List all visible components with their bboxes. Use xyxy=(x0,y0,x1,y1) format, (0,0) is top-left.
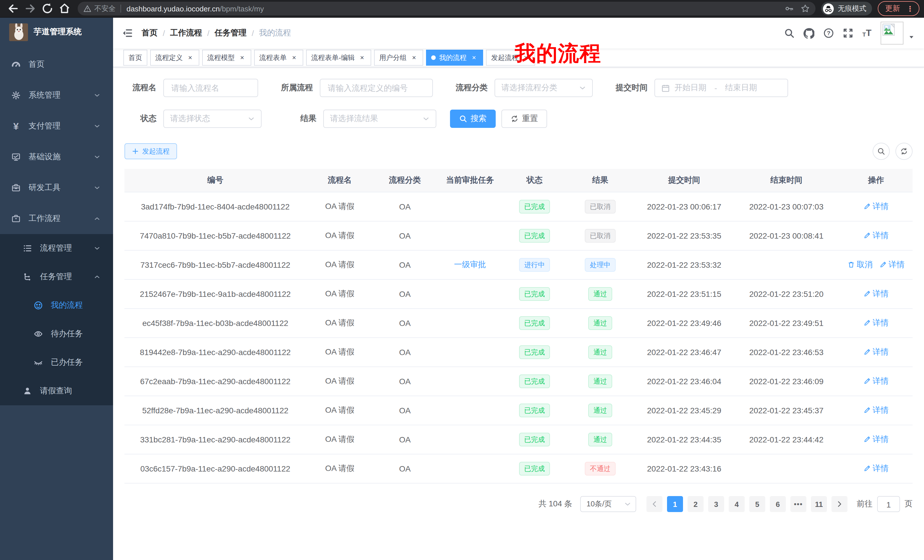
user-avatar-broken-image[interactable] xyxy=(880,22,903,45)
page-button[interactable]: 6 xyxy=(770,496,786,512)
process-name-cell: OA 请假 xyxy=(306,308,374,338)
filter-row-1: 流程名 所属流程 流程分类 请选择流程分类 提交时间 开始日期 - 结束日期 xyxy=(124,79,913,97)
page-button[interactable]: 5 xyxy=(749,496,765,512)
breadcrumb-item[interactable]: 工作流程 xyxy=(170,28,202,38)
incognito-icon xyxy=(823,3,834,14)
page-button[interactable]: 2 xyxy=(688,496,704,512)
detail-link[interactable]: 详情 xyxy=(879,260,904,270)
detail-link[interactable]: 详情 xyxy=(864,231,889,241)
sidebar-item[interactable]: 研发工具 xyxy=(0,172,113,203)
submit-time-range-picker[interactable]: 开始日期 - 结束日期 xyxy=(654,79,788,97)
tab-active[interactable]: 我的流程× xyxy=(426,49,483,66)
bookmark-star-icon[interactable] xyxy=(801,4,810,13)
tab-item[interactable]: 流程定义× xyxy=(150,49,199,66)
chevron-down-icon xyxy=(579,84,586,91)
submit-time-cell: 2022-01-22 23:43:16 xyxy=(635,454,733,483)
end-time-cell: 2022-01-22 23:45:37 xyxy=(733,396,840,425)
sidebar-item[interactable]: 我的流程 xyxy=(0,291,113,320)
help-icon[interactable]: ? xyxy=(824,28,834,38)
page-button[interactable]: 11 xyxy=(811,496,827,512)
current-task-link[interactable]: 一级审批 xyxy=(454,260,486,270)
action-label: 详情 xyxy=(873,347,889,357)
status-select[interactable]: 请选择状态 xyxy=(164,109,261,128)
tab-item[interactable]: 流程表单-编辑× xyxy=(306,49,371,66)
page-button[interactable]: 4 xyxy=(729,496,745,512)
search-button[interactable]: 搜索 xyxy=(450,109,496,128)
process-name-input[interactable] xyxy=(164,79,258,97)
process-category-cell: OA xyxy=(374,454,436,483)
sidebar-item[interactable]: 任务管理 xyxy=(0,263,113,291)
close-icon[interactable]: × xyxy=(238,54,246,61)
sidebar-collapse-icon[interactable] xyxy=(122,28,132,38)
sidebar-item[interactable]: 系统管理 xyxy=(0,80,113,111)
close-icon[interactable]: × xyxy=(470,54,478,61)
breadcrumb-item[interactable]: 首页 xyxy=(142,28,158,38)
eye-icon xyxy=(34,329,43,338)
detail-link[interactable]: 详情 xyxy=(864,405,889,416)
tab-item[interactable]: 首页 xyxy=(123,49,147,66)
app-logo-row[interactable]: 芋道管理系统 xyxy=(0,18,113,46)
breadcrumb-item[interactable]: 任务管理 xyxy=(215,28,247,38)
chrome-update-button[interactable]: 更新 ⋮ xyxy=(878,1,920,16)
password-key-icon[interactable] xyxy=(784,4,794,13)
more-pages-icon[interactable]: ••• xyxy=(790,496,806,512)
result-cell: 通过 xyxy=(566,338,635,367)
forward-icon[interactable] xyxy=(24,2,36,15)
reset-button[interactable]: 重置 xyxy=(501,109,547,128)
tab-item[interactable]: 流程表单× xyxy=(254,49,303,66)
category-select[interactable]: 请选择流程分类 xyxy=(495,79,593,97)
sidebar-item[interactable]: 首页 xyxy=(0,49,113,80)
process-def-label: 所属流程 xyxy=(272,83,313,93)
close-icon[interactable]: × xyxy=(186,54,194,61)
sidebar-item[interactable]: 基础设施 xyxy=(0,142,113,172)
process-name-cell: OA 请假 xyxy=(306,192,374,221)
jump-page-input[interactable]: 1 xyxy=(877,496,900,512)
sidebar-item[interactable]: 待办任务 xyxy=(0,320,113,348)
toggle-search-button[interactable] xyxy=(873,143,890,160)
sidebar-item[interactable]: 已办任务 xyxy=(0,348,113,377)
back-icon[interactable] xyxy=(7,2,20,15)
end-time-cell: 2022-01-23 00:07:03 xyxy=(733,192,840,221)
sidebar-item[interactable]: 工作流程 xyxy=(0,203,113,234)
next-page-button[interactable] xyxy=(831,496,848,512)
create-process-button[interactable]: 发起流程 xyxy=(124,143,177,159)
github-icon[interactable] xyxy=(804,28,814,39)
submit-time-cell: 2022-01-22 23:49:46 xyxy=(635,308,733,338)
actions-cell: 详情 xyxy=(840,221,913,250)
process-def-input[interactable] xyxy=(320,79,433,97)
close-icon[interactable]: × xyxy=(358,54,366,61)
close-icon[interactable]: × xyxy=(410,54,418,61)
detail-link[interactable]: 详情 xyxy=(864,464,889,474)
fullscreen-icon[interactable] xyxy=(843,28,853,38)
detail-link[interactable]: 详情 xyxy=(864,376,889,386)
page-button[interactable]: 1 xyxy=(667,496,683,512)
detail-link[interactable]: 详情 xyxy=(864,318,889,328)
search-icon[interactable] xyxy=(784,28,794,38)
sidebar-item[interactable]: 请假查询 xyxy=(0,377,113,405)
page-size-select[interactable]: 10条/页 xyxy=(580,496,636,512)
url-text[interactable]: dashboard.yudao.iocoder.cn/bpm/task/my xyxy=(126,4,778,13)
prev-page-button[interactable] xyxy=(646,496,663,512)
refresh-table-button[interactable] xyxy=(896,143,913,160)
reload-icon[interactable] xyxy=(41,2,54,15)
cancel-link[interactable]: 取消 xyxy=(848,260,873,270)
status-cell: 已完成 xyxy=(504,338,566,367)
not-secure-warning-icon[interactable] xyxy=(83,4,92,13)
tab-item[interactable]: 用户分组× xyxy=(374,49,423,66)
home-icon[interactable] xyxy=(58,2,71,15)
page-button[interactable]: 3 xyxy=(708,496,724,512)
font-size-icon[interactable]: TT xyxy=(862,28,872,38)
chevron-down-icon[interactable] xyxy=(908,34,915,40)
browser-menu-icon[interactable]: ⋮ xyxy=(904,5,915,12)
address-bar[interactable]: 不安全 dashboard.yudao.iocoder.cn/bpm/task/… xyxy=(78,2,816,15)
close-icon[interactable]: × xyxy=(290,54,298,61)
detail-link[interactable]: 详情 xyxy=(864,347,889,357)
detail-link[interactable]: 详情 xyxy=(864,434,889,445)
detail-link[interactable]: 详情 xyxy=(864,289,889,299)
sidebar-item[interactable]: 流程管理 xyxy=(0,234,113,263)
tab-item[interactable]: 流程模型× xyxy=(202,49,251,66)
detail-link[interactable]: 详情 xyxy=(864,202,889,212)
sidebar-item[interactable]: ¥支付管理 xyxy=(0,111,113,142)
chevron-up-icon xyxy=(94,273,100,280)
result-select[interactable]: 请选择流结果 xyxy=(323,109,436,128)
